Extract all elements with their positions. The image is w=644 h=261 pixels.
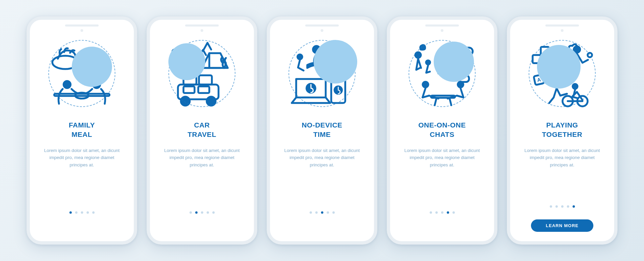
dot-4[interactable] <box>447 211 449 214</box>
speaker-notch <box>425 24 459 27</box>
dot-3[interactable] <box>441 211 443 214</box>
camera-dot <box>80 29 83 32</box>
pagination-dots <box>550 205 575 208</box>
dot-5[interactable] <box>452 211 455 214</box>
screen-title: PLAYING TOGETHER <box>542 120 582 140</box>
camera-dot <box>441 29 443 32</box>
camera-dot <box>561 29 564 32</box>
onboarding-screen-no-device: NO-DEVICE TIME Lorem ipsum dolor sit ame… <box>267 16 377 245</box>
dot-3[interactable] <box>81 211 83 214</box>
playing-together-illustration: O R A <box>525 37 599 110</box>
dot-5[interactable] <box>332 211 335 214</box>
onboarding-screen-family-meal: FAMILY MEAL Lorem ipsum dolor sit amet, … <box>26 16 137 245</box>
pagination-dots <box>310 211 335 214</box>
dot-3[interactable] <box>561 205 564 208</box>
camera-dot <box>201 29 203 32</box>
dot-5[interactable] <box>212 211 215 214</box>
screen-description: Lorem ipsum dolor sit amet, an dicunt im… <box>399 147 485 169</box>
no-device-illustration <box>285 37 359 110</box>
speaker-notch <box>305 24 339 27</box>
screen-title: ONE-ON-ONE CHATS <box>418 120 466 140</box>
speaker-notch <box>185 24 219 27</box>
dot-5[interactable] <box>92 211 95 214</box>
screen-title: NO-DEVICE TIME <box>302 120 342 140</box>
dot-3[interactable] <box>201 211 203 214</box>
speaker-notch <box>65 24 99 27</box>
dot-1[interactable] <box>430 211 432 214</box>
speaker-notch <box>545 24 579 27</box>
screen-description: Lorem ipsum dolor sit amet, an dicunt im… <box>159 147 245 169</box>
dot-4[interactable] <box>207 211 209 214</box>
pagination-dots <box>69 211 95 214</box>
screen-description: Lorem ipsum dolor sit amet, an dicunt im… <box>279 147 365 169</box>
pagination-dots <box>190 211 215 214</box>
dot-4[interactable] <box>567 205 569 208</box>
family-meal-illustration <box>45 37 119 110</box>
dot-1[interactable] <box>310 211 312 214</box>
screen-description: Lorem ipsum dolor sit amet, an dicunt im… <box>520 147 605 169</box>
chats-illustration <box>405 37 479 110</box>
dot-2[interactable] <box>195 211 198 214</box>
pagination-dots <box>430 211 455 214</box>
camera-dot <box>321 29 323 32</box>
dot-4[interactable] <box>327 211 329 214</box>
learn-more-button[interactable]: LEARN MORE <box>531 219 593 232</box>
dot-1[interactable] <box>190 211 192 214</box>
dot-2[interactable] <box>75 211 77 214</box>
dot-2[interactable] <box>315 211 318 214</box>
car-travel-illustration <box>165 37 239 110</box>
onboarding-screen-car-travel: CAR TRAVEL Lorem ipsum dolor sit amet, a… <box>147 16 257 245</box>
dot-1[interactable] <box>69 211 72 214</box>
screen-description: Lorem ipsum dolor sit amet, an dicunt im… <box>39 147 124 169</box>
screen-title: FAMILY MEAL <box>69 120 95 140</box>
dot-5[interactable] <box>573 205 575 208</box>
onboarding-screen-chats: ONE-ON-ONE CHATS Lorem ipsum dolor sit a… <box>387 16 497 245</box>
dot-4[interactable] <box>87 211 89 214</box>
dot-2[interactable] <box>435 211 438 214</box>
onboarding-screen-playing: O R A PLAYING TOGETHER Lorem ipsum dolor… <box>507 16 618 245</box>
dot-3[interactable] <box>321 211 323 214</box>
screen-title: CAR TRAVEL <box>187 120 216 140</box>
dot-2[interactable] <box>555 205 558 208</box>
dot-1[interactable] <box>550 205 552 208</box>
